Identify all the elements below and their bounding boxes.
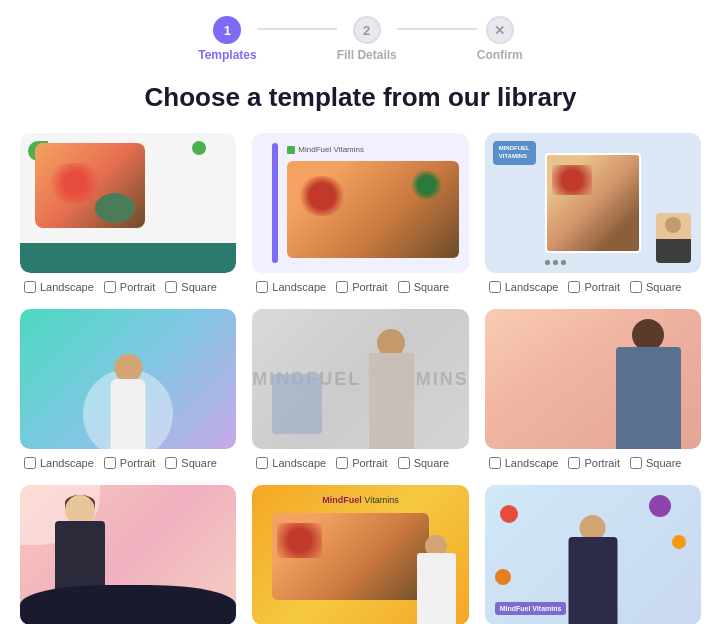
checkbox-portrait-4[interactable] [104, 457, 116, 469]
food-image-8 [272, 513, 428, 600]
option-square-3[interactable]: Square [630, 281, 681, 293]
person-head-4 [114, 354, 142, 382]
checkbox-square-3[interactable] [630, 281, 642, 293]
option-square-1[interactable]: Square [165, 281, 216, 293]
template-preview-7[interactable] [20, 485, 236, 624]
blob-yellow-9 [672, 535, 686, 549]
person-body-6 [616, 347, 681, 449]
template-card-8: MindFuel Vitamins Landscape Portrait Squ… [252, 485, 468, 624]
checkbox-portrait-3[interactable] [568, 281, 580, 293]
brand-dot [287, 146, 295, 154]
dots-row [545, 260, 566, 265]
person-5 [364, 329, 419, 449]
wave-7 [20, 585, 236, 624]
template-grid: Landscape Portrait Square MindFuel Vitam… [0, 133, 721, 624]
checkbox-square-6[interactable] [630, 457, 642, 469]
template-preview-8[interactable]: MindFuel Vitamins [252, 485, 468, 624]
card-6-options: Landscape Portrait Square [485, 457, 701, 469]
checkbox-portrait-5[interactable] [336, 457, 348, 469]
option-square-2[interactable]: Square [398, 281, 449, 293]
option-portrait-6[interactable]: Portrait [568, 457, 619, 469]
dot-1 [545, 260, 550, 265]
template-preview-6[interactable] [485, 309, 701, 449]
template-preview-1[interactable] [20, 133, 236, 273]
step-fill-details[interactable]: 2 Fill Details [337, 16, 397, 62]
checkbox-portrait-6[interactable] [568, 457, 580, 469]
checkbox-landscape-5[interactable] [256, 457, 268, 469]
checkbox-landscape-2[interactable] [256, 281, 268, 293]
template-preview-2[interactable]: MindFuel Vitamins [252, 133, 468, 273]
option-landscape-3[interactable]: Landscape [489, 281, 559, 293]
step-label-confirm: Confirm [477, 48, 523, 62]
checkbox-square-5[interactable] [398, 457, 410, 469]
stepper: 1 Templates 2 Fill Details ✕ Confirm [0, 0, 721, 70]
person-avatar-3 [656, 213, 691, 263]
template-card-9: MindFuel Vitamins Landscape Portrait Squ… [485, 485, 701, 624]
blob-red-9 [500, 505, 518, 523]
template-preview-9[interactable]: MindFuel Vitamins [485, 485, 701, 624]
checkbox-landscape-1[interactable] [24, 281, 36, 293]
step-circle-2: 2 [353, 16, 381, 44]
step-label-templates: Templates [198, 48, 256, 62]
checkbox-portrait-2[interactable] [336, 281, 348, 293]
option-portrait-2[interactable]: Portrait [336, 281, 387, 293]
checkbox-square-1[interactable] [165, 281, 177, 293]
person-7 [50, 495, 110, 595]
step-circle-1: 1 [213, 16, 241, 44]
card-3-options: Landscape Portrait Square [485, 281, 701, 293]
dot-2 [553, 260, 558, 265]
option-landscape-1[interactable]: Landscape [24, 281, 94, 293]
checkbox-square-2[interactable] [398, 281, 410, 293]
option-landscape-4[interactable]: Landscape [24, 457, 94, 469]
template-card-4: Landscape Portrait Square [20, 309, 236, 469]
person-9 [565, 515, 620, 624]
option-square-6[interactable]: Square [630, 457, 681, 469]
option-landscape-2[interactable]: Landscape [256, 281, 326, 293]
option-portrait-5[interactable]: Portrait [336, 457, 387, 469]
template-card-7: Landscape Portrait Square [20, 485, 236, 624]
template-card-5: MINDFUEL VITAMINS Landscape Portrait Squ… [252, 309, 468, 469]
blob-teal [20, 243, 236, 273]
blob-orange-9 [495, 569, 511, 585]
person-8 [414, 535, 459, 624]
step-templates[interactable]: 1 Templates [198, 16, 256, 62]
option-landscape-5[interactable]: Landscape [256, 457, 326, 469]
page-title: Choose a template from our library [0, 82, 721, 113]
option-landscape-6[interactable]: Landscape [489, 457, 559, 469]
step-confirm[interactable]: ✕ Confirm [477, 16, 523, 62]
option-portrait-1[interactable]: Portrait [104, 281, 155, 293]
food-image-1 [35, 143, 145, 228]
template-preview-3[interactable]: MINDFUELVITAMINS [485, 133, 701, 273]
checkbox-landscape-3[interactable] [489, 281, 501, 293]
person-body-7 [55, 521, 105, 595]
option-portrait-4[interactable]: Portrait [104, 457, 155, 469]
checkbox-landscape-4[interactable] [24, 457, 36, 469]
checkbox-square-4[interactable] [165, 457, 177, 469]
template-card-2: MindFuel Vitamins Landscape Portrait Squ… [252, 133, 468, 293]
card-4-options: Landscape Portrait Square [20, 457, 236, 469]
template-preview-5[interactable]: MINDFUEL VITAMINS [252, 309, 468, 449]
person-body-5 [369, 353, 414, 449]
person-body-4 [111, 379, 146, 449]
option-portrait-3[interactable]: Portrait [568, 281, 619, 293]
brand-box-text-3: MINDFUELVITAMINS [499, 145, 530, 161]
food-image-2 [287, 161, 458, 258]
step-circle-3: ✕ [486, 16, 514, 44]
blob-purple-9 [649, 495, 671, 517]
checkbox-landscape-6[interactable] [489, 457, 501, 469]
template-card-3: MINDFUELVITAMINS Landscape Portrait Squa… [485, 133, 701, 293]
brand-9: MindFuel Vitamins [495, 602, 567, 615]
option-square-5[interactable]: Square [398, 457, 449, 469]
template-preview-4[interactable] [20, 309, 236, 449]
template-card-1: Landscape Portrait Square [20, 133, 236, 293]
option-square-4[interactable]: Square [165, 457, 216, 469]
food-image-3 [545, 153, 641, 253]
template-card-6: Landscape Portrait Square [485, 309, 701, 469]
step-line-1 [257, 28, 337, 30]
person-4 [101, 344, 156, 449]
brand-box-3: MINDFUELVITAMINS [493, 141, 536, 165]
brand-8: MindFuel Vitamins [322, 495, 398, 505]
chair-5 [272, 374, 322, 434]
checkbox-portrait-1[interactable] [104, 281, 116, 293]
card-2-options: Landscape Portrait Square [252, 281, 468, 293]
